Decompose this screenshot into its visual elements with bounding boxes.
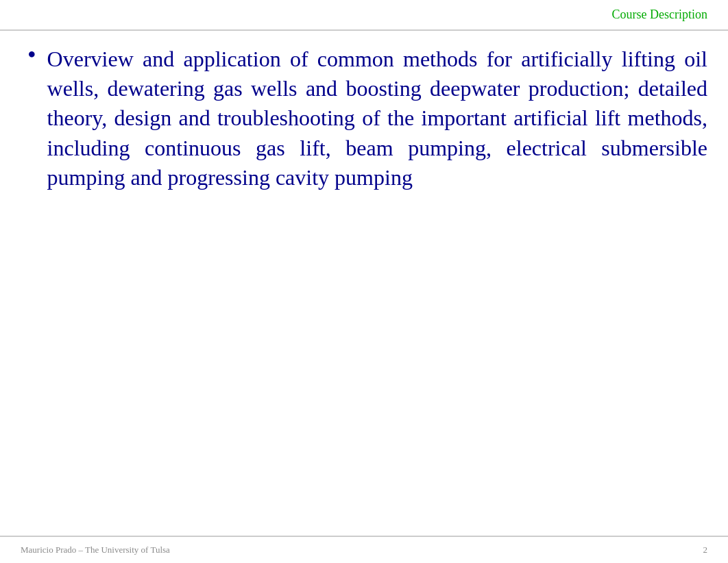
footer-page-number: 2 — [703, 545, 708, 555]
top-bar: Course Description — [0, 0, 728, 31]
bullet-dot: • — [27, 40, 36, 70]
footer-author: Mauricio Prado – The University of Tulsa — [21, 545, 170, 555]
bullet-item: • Overview and application of common met… — [27, 45, 707, 192]
bullet-text: Overview and application of common metho… — [47, 45, 707, 192]
main-content: • Overview and application of common met… — [27, 38, 707, 522]
slide-title: Course Description — [612, 8, 707, 22]
bottom-bar: Mauricio Prado – The University of Tulsa… — [0, 536, 728, 563]
